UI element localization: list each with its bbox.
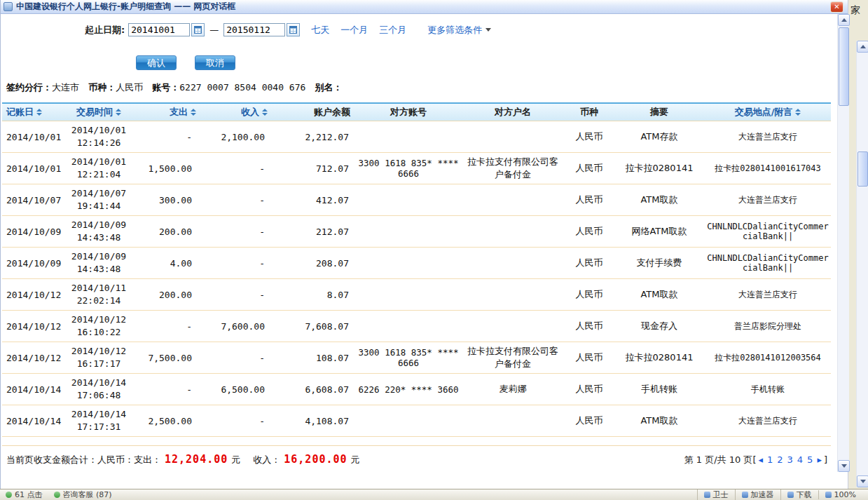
next-page-link[interactable]: ▸ <box>817 454 822 465</box>
dialog-title: 中国建设银行个人网上银行-账户明细查询 —— 网页对话框 <box>16 1 235 13</box>
cell-expense: 4.00 <box>134 248 207 278</box>
cell-income: - <box>207 153 277 184</box>
table-header-row: 记账日交易时间支出收入账户余额对方账号对方户名币种摘要交易地点/附言 <box>2 102 831 121</box>
status-item[interactable]: 下载 <box>780 489 818 500</box>
table-row[interactable]: 2014/10/09 2014/10/09 14:43:48 4.00 - 20… <box>2 248 831 279</box>
trans-date-line: 2014/10/12 <box>71 345 126 358</box>
page-link[interactable]: 3 <box>787 454 793 465</box>
scroll-down-button[interactable] <box>857 475 868 487</box>
alias-label: 别名： <box>315 82 342 93</box>
page-link[interactable]: 4 <box>797 454 803 465</box>
quick-range-3months-link[interactable]: 三个月 <box>379 24 406 36</box>
date-from-input[interactable] <box>128 23 190 36</box>
cell-summary: 网络ATM取款 <box>614 216 705 247</box>
dialog-scrollbar[interactable] <box>837 14 849 472</box>
more-filters-link[interactable]: 更多筛选条件 <box>427 24 491 36</box>
table-row[interactable]: 2014/10/14 2014/10/14 17:17:31 2,500.00 … <box>2 405 831 437</box>
cell-balance: 712.07 <box>277 153 356 184</box>
column-header[interactable]: 交易地点/附言 <box>705 104 831 121</box>
table-row[interactable]: 2014/10/12 2014/10/11 22:02:14 200.00 - … <box>2 279 831 311</box>
page-link[interactable]: 5 <box>807 454 813 465</box>
cell-balance: 208.07 <box>277 248 356 278</box>
arrow-down-icon <box>841 464 847 468</box>
table-row[interactable]: 2014/10/14 2014/10/14 17:06:48 - 6,500.0… <box>2 374 831 405</box>
table-footer: 当前页收支金额合计：人民币： 支出： 12,204.00 元 收入： 16,20… <box>1 453 837 466</box>
pagination-pages: 12345 <box>765 454 815 465</box>
cell-income: 7,600.00 <box>207 311 277 342</box>
confirm-button[interactable]: 确认 <box>136 55 177 70</box>
cell-income: - <box>207 279 277 310</box>
cell-summary: ATM取款 <box>614 184 705 215</box>
status-item[interactable]: 61 点击 <box>6 489 43 500</box>
cell-summary: 手机转账 <box>614 374 705 405</box>
table-row[interactable]: 2014/10/01 2014/10/01 12:21:04 1,500.00 … <box>2 153 831 184</box>
cell-counterparty-account <box>356 121 461 152</box>
cell-currency: 人民币 <box>565 216 614 247</box>
calendar-from-button[interactable] <box>191 23 205 36</box>
scrollbar-thumb[interactable] <box>857 151 868 187</box>
branch-value: 大连市 <box>52 82 79 93</box>
page-info: 第 1 页/共 10 页 <box>684 454 753 466</box>
calendar-to-button[interactable] <box>287 23 300 36</box>
page-link[interactable]: 2 <box>777 454 783 465</box>
branch-label: 签约分行： <box>6 82 52 93</box>
scroll-down-button[interactable] <box>838 460 850 472</box>
sort-arrows-icon[interactable] <box>795 109 801 116</box>
cell-location: 普兰店影院分理处 <box>705 311 831 342</box>
trans-time-line: 16:10:22 <box>77 326 121 339</box>
cell-balance: 212.07 <box>277 216 356 247</box>
cell-trans-time: 2014/10/14 17:17:31 <box>64 405 134 436</box>
scroll-up-button[interactable] <box>857 41 868 53</box>
close-button[interactable]: ✕ <box>830 1 843 13</box>
date-to-input[interactable] <box>223 23 285 36</box>
status-item[interactable]: 卫士 <box>697 489 735 500</box>
table-row[interactable]: 2014/10/01 2014/10/01 12:14:26 - 2,100.0… <box>2 121 831 153</box>
cell-counterparty-name <box>461 311 565 342</box>
status-left-items: 61 点击咨询客服 (87) <box>6 489 112 500</box>
status-item[interactable]: 咨询客服 (87) <box>54 489 112 500</box>
cell-location: 大连普兰店支行 <box>705 121 831 152</box>
cell-post-date: 2014/10/07 <box>2 184 64 215</box>
status-item[interactable]: 加速器 <box>735 489 780 500</box>
expense-unit: 元 <box>231 454 240 466</box>
status-item[interactable]: 100% <box>818 490 862 499</box>
cancel-button[interactable]: 取消 <box>195 55 235 70</box>
cell-counterparty-account: 3300 1618 835* **** 6666 <box>356 153 461 184</box>
cell-balance: 2,212.07 <box>277 121 356 152</box>
button-row: 确认 取消 <box>136 55 837 70</box>
quick-range-7days-link[interactable]: 七天 <box>311 24 329 36</box>
scrollbar-thumb[interactable] <box>839 27 849 106</box>
background-window-text: 家 <box>850 4 860 17</box>
browser-scrollbar[interactable] <box>856 41 868 487</box>
trans-date-line: 2014/10/09 <box>71 219 126 231</box>
quick-range-1month-link[interactable]: 一个月 <box>340 24 368 36</box>
status-label: 加速器 <box>751 489 774 500</box>
scroll-up-button[interactable] <box>838 14 850 26</box>
table-row[interactable]: 2014/10/09 2014/10/09 14:43:48 200.00 - … <box>2 216 831 248</box>
table-row[interactable]: 2014/10/07 2014/10/07 19:41:44 300.00 - … <box>2 184 831 216</box>
chevron-down-icon <box>485 28 491 32</box>
sort-arrows-icon[interactable] <box>36 109 42 116</box>
sort-arrows-icon[interactable] <box>116 109 121 116</box>
dialog-titlebar[interactable]: 中国建设银行个人网上银行-账户明细查询 —— 网页对话框 ✕ <box>1 0 848 14</box>
cell-balance: 4,108.07 <box>277 405 356 436</box>
cell-summary: 拉卡拉0280141 <box>614 153 705 184</box>
table-row[interactable]: 2014/10/12 2014/10/12 16:17:17 7,500.00 … <box>2 342 831 374</box>
prev-page-link[interactable]: ◂ <box>758 454 763 465</box>
table-row[interactable]: 2014/10/12 2014/10/12 16:10:22 - 7,600.0… <box>2 311 831 342</box>
cell-location: 大连普兰店支行 <box>705 279 831 310</box>
cell-counterparty-name <box>461 405 565 436</box>
column-header[interactable]: 交易时间 <box>64 104 134 121</box>
cell-counterparty-account <box>356 216 461 247</box>
transactions-table: 记账日交易时间支出收入账户余额对方账号对方户名币种摘要交易地点/附言 2014/… <box>2 102 831 437</box>
column-header[interactable]: 支出 <box>134 104 207 121</box>
sort-arrows-icon[interactable] <box>262 109 268 116</box>
page-link[interactable]: 1 <box>767 454 773 465</box>
column-header[interactable]: 收入 <box>207 104 277 121</box>
sort-arrows-icon[interactable] <box>191 109 196 116</box>
column-header[interactable]: 记账日 <box>2 104 64 121</box>
cell-expense: - <box>134 121 207 152</box>
cell-expense: - <box>134 374 207 405</box>
cell-income: - <box>207 184 277 215</box>
trans-date-line: 2014/10/14 <box>71 408 126 421</box>
